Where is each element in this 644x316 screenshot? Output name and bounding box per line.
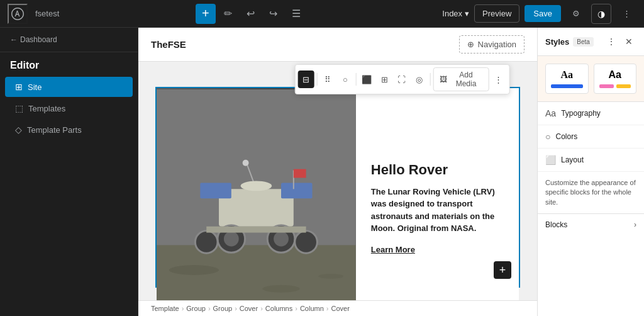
- wp-logo-button[interactable]: [8, 4, 28, 24]
- breadcrumb-sep-2: ›: [208, 305, 211, 312]
- learn-more-link[interactable]: Learn More: [371, 245, 504, 254]
- svg-point-11: [295, 231, 318, 254]
- styles-header: Styles Beta ⋮ ✕: [538, 28, 644, 56]
- typography-icon: Aa: [545, 108, 556, 118]
- blocks-arrow-icon: ›: [634, 220, 636, 229]
- media-icon: 🖼: [440, 75, 447, 84]
- canvas-content[interactable]: Hello Rover The Lunar Roving Vehicle (LR…: [138, 62, 537, 300]
- sidebar: ← Dashboard Editor ⊞ Site ⬚ Templates ◇ …: [0, 28, 138, 316]
- typography-option[interactable]: Aa Typography: [538, 102, 644, 125]
- svg-point-10: [195, 231, 218, 254]
- svg-rect-16: [281, 183, 312, 198]
- breadcrumb-template[interactable]: Template: [151, 305, 179, 312]
- breadcrumb-sep-4: ›: [260, 305, 263, 312]
- breadcrumb-column[interactable]: Column: [300, 305, 324, 312]
- rover-image: [157, 88, 356, 300]
- rover-illustration: [157, 88, 356, 300]
- page-selector-button[interactable]: Index ▾: [442, 9, 469, 18]
- drag-handle-button[interactable]: ⠿: [319, 71, 336, 88]
- svg-rect-12: [206, 227, 306, 233]
- site-title: fsetest: [35, 9, 59, 18]
- breadcrumb-cover-2[interactable]: Cover: [331, 305, 349, 312]
- cover-description: The Lunar Roving Vehicle (LRV) was desig…: [371, 186, 504, 235]
- styles-more-options-button[interactable]: ⋮: [604, 34, 619, 49]
- add-block-canvas-button[interactable]: +: [494, 261, 511, 279]
- styles-panel: Styles Beta ⋮ ✕ Aa Aa: [537, 28, 644, 316]
- canvas-area: TheFSE ⊕ Navigation ⊟ ⠿ ○ ⬛ ⊞ ⛶ ◎ 🖼 Add …: [138, 28, 537, 316]
- svg-point-4: [318, 274, 343, 279]
- svg-point-3: [262, 285, 299, 293]
- breadcrumb-sep-3: ›: [235, 305, 237, 312]
- rotate-button[interactable]: ◎: [411, 71, 428, 88]
- navigation-block[interactable]: ⊕ Navigation: [459, 35, 525, 54]
- style-previews: Aa Aa: [538, 56, 644, 102]
- more-options-button[interactable]: ⋮: [616, 4, 636, 24]
- block-more-options-button[interactable]: ⋮: [491, 71, 507, 88]
- styles-title: Styles: [545, 37, 569, 47]
- sidebar-item-site-label: Site: [28, 82, 42, 92]
- colors-icon: ○: [545, 132, 550, 142]
- svg-rect-18: [294, 169, 306, 178]
- site-icon: ⊞: [15, 82, 23, 92]
- swatch-pink: [599, 84, 614, 88]
- block-toolbar: ⊟ ⠿ ○ ⬛ ⊞ ⛶ ◎ 🖼 Add Media ⋮: [295, 64, 510, 94]
- color-swatches-1: [551, 84, 583, 88]
- svg-point-9: [274, 232, 289, 247]
- toolbar-divider-1: [316, 73, 317, 86]
- fullscreen-button[interactable]: ⛶: [394, 71, 410, 88]
- style-preview-alternate[interactable]: Aa: [594, 64, 637, 94]
- style-aa-serif: Aa: [551, 69, 583, 81]
- sidebar-item-template-parts[interactable]: ◇ Template Parts: [5, 120, 133, 140]
- dashboard-link[interactable]: ← Dashboard: [10, 35, 128, 44]
- transform-button[interactable]: ○: [337, 71, 353, 88]
- save-button[interactable]: Save: [525, 5, 561, 22]
- styles-title-group: Styles Beta: [545, 37, 594, 47]
- preview-button[interactable]: Preview: [474, 4, 519, 23]
- svg-point-7: [224, 232, 239, 247]
- toolbar-divider-2: [356, 73, 357, 86]
- undo-button[interactable]: ↩: [241, 4, 261, 24]
- align-left-button[interactable]: ⬛: [359, 71, 375, 88]
- add-media-button[interactable]: 🖼 Add Media: [433, 67, 489, 91]
- typography-label: Typography: [561, 109, 601, 118]
- template-parts-icon: ◇: [15, 125, 22, 135]
- svg-point-14: [243, 160, 249, 166]
- add-block-button[interactable]: +: [196, 4, 216, 24]
- colors-option[interactable]: ○ Colors: [538, 125, 644, 149]
- sidebar-dashboard: ← Dashboard: [0, 28, 138, 52]
- styles-header-icons: ⋮ ✕: [604, 34, 636, 49]
- dashboard-label: Dashboard: [20, 35, 57, 44]
- canvas-header: TheFSE ⊕ Navigation: [138, 28, 537, 62]
- breadcrumb-cover-1[interactable]: Cover: [240, 305, 258, 312]
- swatch-blue: [551, 84, 583, 88]
- breadcrumb: Template › Group › Group › Cover › Colum…: [138, 300, 537, 316]
- settings-button[interactable]: ⚙: [566, 4, 586, 24]
- list-view-button[interactable]: ☰: [286, 4, 306, 24]
- tools-button[interactable]: ✏: [218, 4, 238, 24]
- toggle-block-view-button[interactable]: ⊟: [298, 71, 314, 88]
- sidebar-item-templates-label: Templates: [28, 104, 65, 113]
- redo-button[interactable]: ↪: [264, 4, 284, 24]
- breadcrumb-sep-6: ›: [326, 305, 329, 312]
- style-preview-default[interactable]: Aa: [545, 64, 589, 94]
- layout-icon: ⬜: [545, 155, 556, 165]
- blocks-label: Blocks: [545, 220, 567, 229]
- beta-badge: Beta: [573, 37, 594, 47]
- styles-close-button[interactable]: ✕: [621, 34, 636, 49]
- cover-image-side: [157, 88, 356, 300]
- breadcrumb-group-1[interactable]: Group: [186, 305, 206, 312]
- blocks-option[interactable]: Blocks ›: [538, 214, 644, 235]
- layout-option[interactable]: ⬜ Layout: [538, 149, 644, 172]
- svg-rect-15: [200, 183, 231, 198]
- toolbar-divider-3: [430, 73, 430, 86]
- top-toolbar: fsetest + ✏ ↩ ↪ ☰ Index ▾ Preview Save ⚙…: [0, 0, 644, 28]
- breadcrumb-group-2[interactable]: Group: [213, 305, 233, 312]
- sidebar-item-template-parts-label: Template Parts: [27, 125, 82, 135]
- breadcrumb-columns[interactable]: Columns: [265, 305, 292, 312]
- sidebar-item-templates[interactable]: ⬚ Templates: [5, 98, 133, 118]
- dark-mode-button[interactable]: ◑: [591, 4, 611, 24]
- navigation-icon: ⊕: [467, 40, 474, 49]
- sidebar-item-site[interactable]: ⊞ Site: [5, 77, 133, 97]
- columns-button[interactable]: ⊞: [376, 71, 392, 88]
- navigation-label: Navigation: [478, 40, 516, 49]
